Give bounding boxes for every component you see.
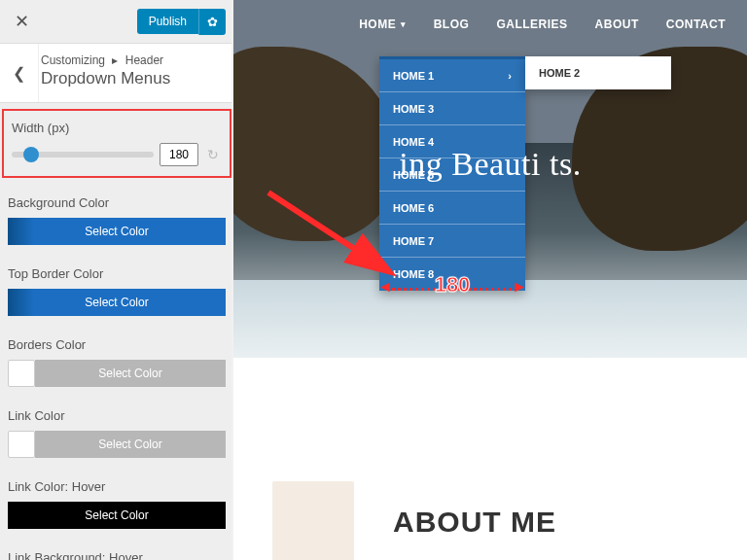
- link-select-color-button[interactable]: Select Color: [35, 431, 226, 458]
- controls-panel: Width (px) ↻ Background Color Select Col…: [0, 103, 233, 560]
- chevron-right-icon: ›: [508, 70, 512, 82]
- site-preview: HOME ▾ BLOG GALLERIES ABOUT CONTACT HOME…: [233, 0, 747, 560]
- breadcrumb-path: Customizing ▸ Header: [41, 53, 220, 67]
- linkhover-label: Link Color: Hover: [8, 479, 226, 494]
- width-slider-row: ↻: [12, 143, 222, 166]
- gear-icon[interactable]: ✿: [198, 9, 226, 35]
- dropdown-item-label: HOME 1: [393, 70, 434, 82]
- nav-contact[interactable]: CONTACT: [666, 18, 726, 31]
- chevron-down-icon: ▾: [401, 19, 407, 29]
- borders-label: Borders Color: [8, 337, 226, 352]
- hero-bg-shape: [233, 47, 399, 241]
- link-label: Link Color: [8, 408, 226, 423]
- borders-select-color-button[interactable]: Select Color: [35, 360, 226, 387]
- dropdown-item[interactable]: HOME 3: [379, 92, 525, 125]
- avatar: [272, 481, 354, 560]
- breadcrumb-sep-icon: ▸: [112, 53, 118, 67]
- about-section: ABOUT ME: [233, 481, 747, 560]
- dropdown-item[interactable]: HOME 7: [379, 225, 525, 258]
- link-row: Select Color: [8, 431, 226, 458]
- breadcrumb-parent: Header: [125, 53, 163, 67]
- page-title: Dropdown Menus: [41, 69, 220, 88]
- topborder-label: Top Border Color: [8, 266, 226, 281]
- customizer-sidebar: ✕ Publish ✿ ❮ Customizing ▸ Header Dropd…: [0, 0, 233, 560]
- breadcrumb: ❮ Customizing ▸ Header Dropdown Menus: [0, 44, 233, 103]
- publish-button[interactable]: Publish: [137, 9, 198, 34]
- linkhover-select-color-button[interactable]: Select Color: [8, 502, 226, 529]
- reset-icon[interactable]: ↻: [204, 147, 222, 162]
- bghover-label: Link Background: Hover: [8, 550, 226, 560]
- linkhover-row: Select Color: [8, 502, 226, 529]
- bg-color-label: Background Color: [8, 195, 226, 210]
- slider-thumb[interactable]: [23, 147, 39, 162]
- annotation-value: 180: [379, 272, 525, 298]
- back-button[interactable]: ❮: [0, 44, 39, 102]
- submenu-item[interactable]: HOME 2: [525, 56, 671, 89]
- dropdown-submenu: HOME 2: [525, 56, 671, 89]
- background-color-section: Background Color Select Color: [0, 186, 233, 257]
- link-swatch[interactable]: [8, 431, 35, 458]
- topborder-row: Select Color: [8, 289, 226, 316]
- width-input[interactable]: [160, 143, 198, 166]
- dropdown-item[interactable]: HOME 6: [379, 192, 525, 225]
- nav-home-label: HOME: [359, 18, 396, 31]
- topborder-select-color-button[interactable]: Select Color: [8, 289, 226, 316]
- breadcrumb-root: Customizing: [41, 53, 105, 67]
- borders-color-section: Borders Color Select Color: [0, 328, 233, 399]
- width-slider[interactable]: [12, 152, 154, 158]
- dropdown-item[interactable]: HOME 1 ›: [379, 59, 525, 92]
- width-label: Width (px): [12, 121, 222, 135]
- hero-area: HOME ▾ BLOG GALLERIES ABOUT CONTACT HOME…: [233, 0, 747, 358]
- sidebar-header: ✕ Publish ✿: [0, 0, 233, 44]
- width-control-highlighted: Width (px) ↻: [2, 109, 231, 178]
- width-annotation: ◄ ► 180: [379, 276, 525, 299]
- about-heading: ABOUT ME: [393, 506, 556, 539]
- link-color-section: Link Color Select Color: [0, 399, 233, 470]
- publish-group: Publish ✿: [137, 9, 226, 35]
- borders-row: Select Color: [8, 360, 226, 387]
- link-bg-hover-section: Link Background: Hover Select Color: [0, 541, 233, 560]
- nav-blog[interactable]: BLOG: [434, 18, 470, 31]
- close-icon[interactable]: ✕: [8, 8, 35, 35]
- nav-home[interactable]: HOME ▾: [359, 18, 407, 31]
- bg-select-color-button[interactable]: Select Color: [8, 218, 226, 245]
- nav-galleries[interactable]: GALLERIES: [496, 18, 567, 31]
- top-border-color-section: Top Border Color Select Color: [0, 257, 233, 328]
- borders-swatch[interactable]: [8, 360, 35, 387]
- hero-headline: ing Beauti ts.: [233, 146, 747, 183]
- link-hover-color-section: Link Color: Hover Select Color: [0, 470, 233, 541]
- bg-color-row: Select Color: [8, 218, 226, 245]
- main-nav: HOME ▾ BLOG GALLERIES ABOUT CONTACT: [359, 18, 726, 31]
- nav-about[interactable]: ABOUT: [595, 18, 639, 31]
